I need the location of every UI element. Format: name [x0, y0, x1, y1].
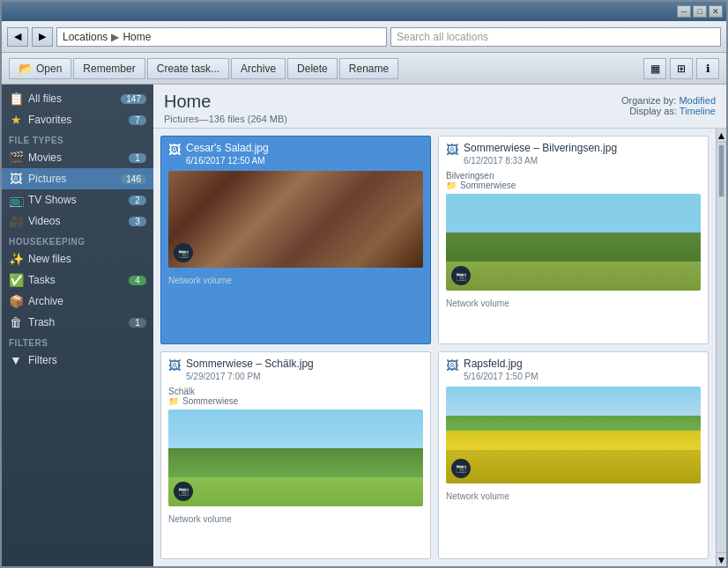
file-card-rapsfeld[interactable]: 🖼 Rapsfeld.jpg 5/16/2017 1:50 PM 📷 Netwo…	[438, 351, 709, 560]
maximize-button[interactable]: □	[693, 5, 707, 18]
file-date-1: 6/16/2017 12:50 AM	[186, 156, 269, 166]
remember-label: Remember	[83, 63, 135, 75]
remember-button[interactable]: Remember	[73, 58, 145, 79]
view-icon-1[interactable]: ▦	[643, 58, 666, 79]
filters-section: FILTERS	[2, 333, 153, 350]
toolbar-right-buttons: ▦ ⊞ ℹ	[643, 58, 719, 79]
sidebar-item-tv-shows[interactable]: 📺 TV Shows 2	[2, 189, 153, 210]
sidebar-item-tasks[interactable]: ✅ Tasks 4	[2, 269, 153, 291]
file-grid: 🖼 Cesar's Salad.jpg 6/16/2017 12:50 AM 📷	[153, 129, 716, 566]
file-sub-info-2: Bilveringsen 📁 Sommerwiese	[439, 171, 708, 194]
file-location-4: Network volume	[446, 491, 509, 501]
sidebar-item-videos[interactable]: 🎥 Videos 3	[2, 210, 153, 232]
forward-button[interactable]: ▶	[32, 27, 53, 47]
breadcrumb-home[interactable]: Home	[123, 31, 151, 43]
open-button[interactable]: 📂 Open	[9, 58, 71, 79]
breadcrumb[interactable]: Locations ▶ Home	[56, 27, 387, 47]
sidebar-item-filters[interactable]: ▼ Filters	[2, 350, 153, 371]
folder-icon-2: 📁	[446, 181, 457, 190]
sidebar-item-trash[interactable]: 🗑 Trash 1	[2, 312, 153, 333]
open-label: Open	[36, 63, 62, 75]
titlebar-controls: ─ □ ✕	[677, 5, 723, 18]
sidebar-item-all-files[interactable]: 📋 All files 147	[2, 88, 153, 109]
search-input[interactable]: Search all locations	[390, 27, 721, 47]
camera-badge-4: 📷	[451, 459, 471, 478]
sidebar-item-archive[interactable]: 📦 Archive	[2, 291, 153, 312]
organize-row: Organize by: Modified	[621, 95, 716, 106]
create-task-button[interactable]: Create task...	[147, 58, 229, 79]
folder-icon-3: 📁	[168, 396, 179, 406]
new-files-icon: ✨	[9, 252, 23, 266]
delete-button[interactable]: Delete	[287, 58, 338, 79]
tv-shows-label: TV Shows	[28, 194, 77, 206]
scrollbar-thumb[interactable]	[718, 144, 724, 197]
file-card-bilveringsen[interactable]: 🖼 Sommerwiese – Bilveringsen.jpg 6/12/20…	[438, 136, 709, 344]
breadcrumb-locations[interactable]: Locations	[63, 31, 108, 43]
archive-toolbar-button[interactable]: Archive	[231, 58, 286, 79]
file-card-header-4: 🖼 Rapsfeld.jpg 5/16/2017 1:50 PM	[439, 352, 708, 387]
file-footer-4: Network volume	[439, 489, 708, 506]
close-button[interactable]: ✕	[709, 5, 723, 18]
back-button[interactable]: ◀	[7, 27, 28, 47]
file-preview-1: 📷	[168, 171, 423, 268]
info-button[interactable]: ℹ	[696, 58, 719, 79]
scrollbar-track	[717, 199, 726, 552]
sidebar-item-new-files[interactable]: ✨ New files	[2, 248, 153, 269]
all-files-label: All files	[28, 92, 62, 105]
rename-button[interactable]: Rename	[339, 58, 398, 79]
file-card-header-3: 🖼 Sommerwiese – Schälk.jpg 5/29/2017 7:0…	[161, 352, 430, 387]
navbar: ◀ ▶ Locations ▶ Home Search all location…	[2, 21, 726, 53]
file-location-1: Network volume	[168, 276, 232, 285]
filters-icon: ▼	[9, 353, 23, 367]
tasks-icon: ✅	[9, 273, 23, 287]
all-files-icon: 📋	[9, 92, 23, 106]
file-preview-3: 📷	[168, 409, 423, 506]
content-header: Home Pictures—136 files (264 MB) Organiz…	[153, 85, 726, 129]
page-title: Home	[164, 92, 287, 112]
filters-label: Filters	[28, 354, 57, 366]
sidebar-item-pictures[interactable]: 🖼 Pictures 146	[2, 168, 153, 189]
file-type-icon-4: 🖼	[446, 358, 458, 373]
file-sub-location-2b: 📁 Sommerwiese	[446, 181, 701, 190]
display-value[interactable]: Timeline	[680, 106, 716, 116]
file-footer-3: Network volume	[161, 512, 430, 529]
view-icon-2[interactable]: ⊞	[670, 58, 693, 79]
camera-badge-2: 📷	[451, 266, 471, 285]
file-type-icon-1: 🖼	[168, 143, 181, 157]
minimize-button[interactable]: ─	[677, 5, 691, 18]
file-preview-2: 📷	[446, 194, 701, 291]
file-card-schalk[interactable]: 🖼 Sommerwiese – Schälk.jpg 5/29/2017 7:0…	[160, 351, 431, 560]
new-files-label: New files	[28, 253, 71, 265]
file-date-2: 6/12/2017 8:33 AM	[464, 156, 617, 166]
tv-shows-badge: 2	[129, 195, 146, 205]
trash-icon: 🗑	[9, 315, 23, 329]
file-location-2: Network volume	[446, 299, 509, 308]
display-label: Display as:	[629, 106, 677, 116]
titlebar: ─ □ ✕	[2, 2, 726, 21]
sidebar-item-movies[interactable]: 🎬 Movies 1	[2, 147, 153, 168]
pictures-badge: 146	[121, 174, 146, 184]
file-types-section: FILE TYPES	[2, 130, 153, 147]
open-icon: 📂	[19, 62, 33, 75]
create-task-label: Create task...	[157, 63, 219, 75]
app-window: ─ □ ✕ ◀ ▶ Locations ▶ Home Search all lo…	[0, 0, 728, 568]
file-card-cesars-salad[interactable]: 🖼 Cesar's Salad.jpg 6/16/2017 12:50 AM 📷	[160, 136, 431, 344]
all-files-badge: 147	[121, 94, 146, 104]
trash-label: Trash	[28, 316, 55, 328]
organize-value[interactable]: Modified	[679, 95, 716, 106]
scrollbar-down[interactable]: ▼	[717, 552, 726, 566]
sidebar-item-favorites[interactable]: ★ Favorites 7	[2, 109, 153, 130]
file-date-3: 5/29/2017 7:00 PM	[186, 372, 314, 381]
scrollbar[interactable]: ▲ ▼	[716, 129, 726, 566]
pictures-icon: 🖼	[9, 172, 23, 186]
page-subtitle: Pictures—136 files (264 MB)	[164, 114, 287, 124]
scrollbar-up[interactable]: ▲	[717, 129, 726, 143]
file-name-3: Sommerwiese – Schälk.jpg	[186, 358, 314, 370]
camera-badge-3: 📷	[174, 482, 193, 501]
file-sub-location-2a: Bilveringsen	[446, 171, 701, 181]
file-name-4: Rapsfeld.jpg	[464, 358, 539, 370]
file-preview-4: 📷	[446, 387, 701, 483]
trash-badge: 1	[129, 318, 146, 328]
movies-badge: 1	[129, 153, 146, 163]
file-name-2: Sommerwiese – Bilveringsen.jpg	[464, 142, 617, 154]
